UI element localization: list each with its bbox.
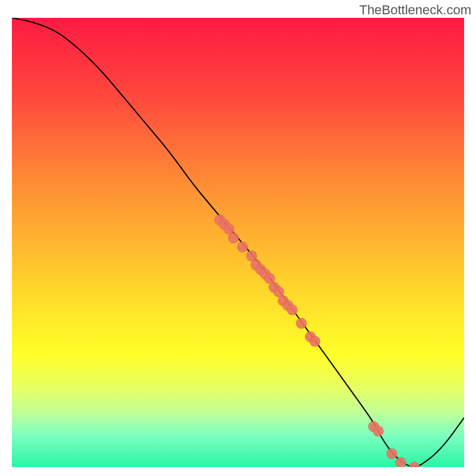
chart-container: TheBottleneck.com [0, 0, 476, 476]
attribution-label: TheBottleneck.com [359, 2, 471, 18]
plot-gradient-background [12, 18, 464, 467]
